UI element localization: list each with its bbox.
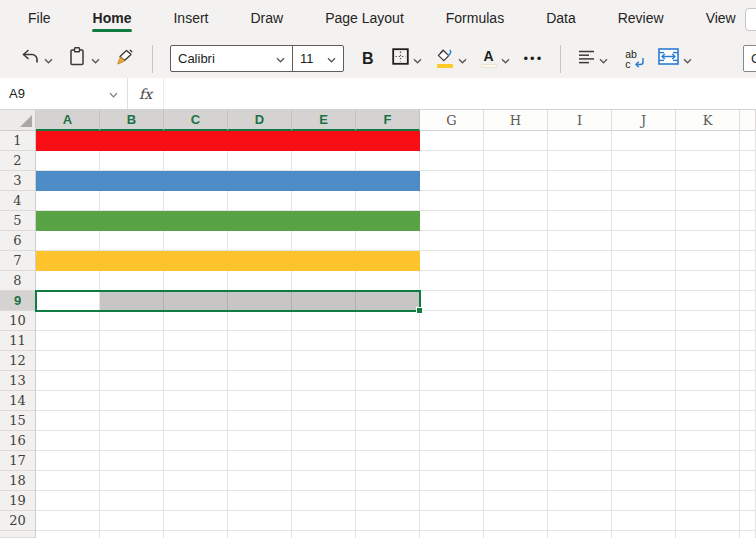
menu-item-page-layout[interactable]: Page Layout <box>323 9 406 36</box>
row-header-5[interactable]: 5 <box>0 211 36 231</box>
cell-D19[interactable] <box>228 491 292 511</box>
column-header-C[interactable]: C <box>164 110 228 131</box>
cell-I8[interactable] <box>548 271 612 291</box>
row-header-15[interactable]: 15 <box>0 411 36 431</box>
cell-J13[interactable] <box>612 371 676 391</box>
cell-G1[interactable] <box>420 131 484 151</box>
fill-color-button[interactable] <box>432 44 471 74</box>
column-header-D[interactable]: D <box>228 110 292 131</box>
cell-I10[interactable] <box>548 311 612 331</box>
alignment-button[interactable] <box>574 44 612 74</box>
cell-F3[interactable] <box>356 171 420 191</box>
cell-I7[interactable] <box>548 251 612 271</box>
cell-F8[interactable] <box>356 271 420 291</box>
cell-K8[interactable] <box>676 271 740 291</box>
cell-F7[interactable] <box>356 251 420 271</box>
cell-K18[interactable] <box>676 471 740 491</box>
cell-I14[interactable] <box>548 391 612 411</box>
column-header-G[interactable]: G <box>420 110 484 131</box>
cell-H7[interactable] <box>484 251 548 271</box>
cell-F2[interactable] <box>356 151 420 171</box>
row-header-16[interactable]: 16 <box>0 431 36 451</box>
cell-B9[interactable] <box>100 291 164 311</box>
row-header-17[interactable]: 17 <box>0 451 36 471</box>
cell-F17[interactable] <box>356 451 420 471</box>
column-header-K[interactable]: K <box>676 110 740 131</box>
cell-K16[interactable] <box>676 431 740 451</box>
cell-F9[interactable] <box>356 291 420 311</box>
row-header-14[interactable]: 14 <box>0 391 36 411</box>
cell-D12[interactable] <box>228 351 292 371</box>
active-cell-A9[interactable] <box>36 291 100 311</box>
cell-C4[interactable] <box>164 191 228 211</box>
cell-B1[interactable] <box>100 131 164 151</box>
cell-J4[interactable] <box>612 191 676 211</box>
cell-I13[interactable] <box>548 371 612 391</box>
menu-item-review[interactable]: Review <box>616 9 666 36</box>
row-header-21[interactable] <box>0 531 36 538</box>
cell-A2[interactable] <box>36 151 100 171</box>
column-header-A[interactable]: A <box>36 110 100 131</box>
cell-B4[interactable] <box>100 191 164 211</box>
cell-I20[interactable] <box>548 511 612 531</box>
cell-I9[interactable] <box>548 291 612 311</box>
cell-D13[interactable] <box>228 371 292 391</box>
cell-D7[interactable] <box>228 251 292 271</box>
cell-C14[interactable] <box>164 391 228 411</box>
cell-E14[interactable] <box>292 391 356 411</box>
cell-J5[interactable] <box>612 211 676 231</box>
cell-F20[interactable] <box>356 511 420 531</box>
more-options-button[interactable]: ••• <box>520 44 548 74</box>
cell-C2[interactable] <box>164 151 228 171</box>
cell-B2[interactable] <box>100 151 164 171</box>
cell-A21[interactable] <box>36 531 100 538</box>
cell-C1[interactable] <box>164 131 228 151</box>
cell-J21[interactable] <box>612 531 676 538</box>
cell-E19[interactable] <box>292 491 356 511</box>
column-header-F[interactable]: F <box>356 110 420 131</box>
cell-I1[interactable] <box>548 131 612 151</box>
cell-F5[interactable] <box>356 211 420 231</box>
cell-E3[interactable] <box>292 171 356 191</box>
cell-A10[interactable] <box>36 311 100 331</box>
cell-G19[interactable] <box>420 491 484 511</box>
cell-A18[interactable] <box>36 471 100 491</box>
cell-H2[interactable] <box>484 151 548 171</box>
cell-D5[interactable] <box>228 211 292 231</box>
cell-B8[interactable] <box>100 271 164 291</box>
cell-B16[interactable] <box>100 431 164 451</box>
number-format-select[interactable]: G <box>743 45 756 72</box>
cutoff-button[interactable] <box>745 8 756 31</box>
cell-D20[interactable] <box>228 511 292 531</box>
cell-J14[interactable] <box>612 391 676 411</box>
formula-input[interactable] <box>164 78 756 109</box>
cell-H5[interactable] <box>484 211 548 231</box>
cell-B3[interactable] <box>100 171 164 191</box>
cell-C21[interactable] <box>164 531 228 538</box>
cell-J18[interactable] <box>612 471 676 491</box>
cell-A11[interactable] <box>36 331 100 351</box>
cell-K3[interactable] <box>676 171 740 191</box>
cell-A6[interactable] <box>36 231 100 251</box>
cell-J17[interactable] <box>612 451 676 471</box>
cell-K21[interactable] <box>676 531 740 538</box>
cell-H17[interactable] <box>484 451 548 471</box>
cell-F4[interactable] <box>356 191 420 211</box>
cell-J9[interactable] <box>612 291 676 311</box>
cell-H10[interactable] <box>484 311 548 331</box>
cell-I12[interactable] <box>548 351 612 371</box>
cell-E12[interactable] <box>292 351 356 371</box>
cell-F14[interactable] <box>356 391 420 411</box>
cell-J6[interactable] <box>612 231 676 251</box>
cell-J3[interactable] <box>612 171 676 191</box>
cell-F21[interactable] <box>356 531 420 538</box>
merge-cells-button[interactable] <box>654 44 696 74</box>
cell-G8[interactable] <box>420 271 484 291</box>
cell-C3[interactable] <box>164 171 228 191</box>
cell-J2[interactable] <box>612 151 676 171</box>
cell-H4[interactable] <box>484 191 548 211</box>
cell-G20[interactable] <box>420 511 484 531</box>
cell-G7[interactable] <box>420 251 484 271</box>
cell-I6[interactable] <box>548 231 612 251</box>
cell-H12[interactable] <box>484 351 548 371</box>
